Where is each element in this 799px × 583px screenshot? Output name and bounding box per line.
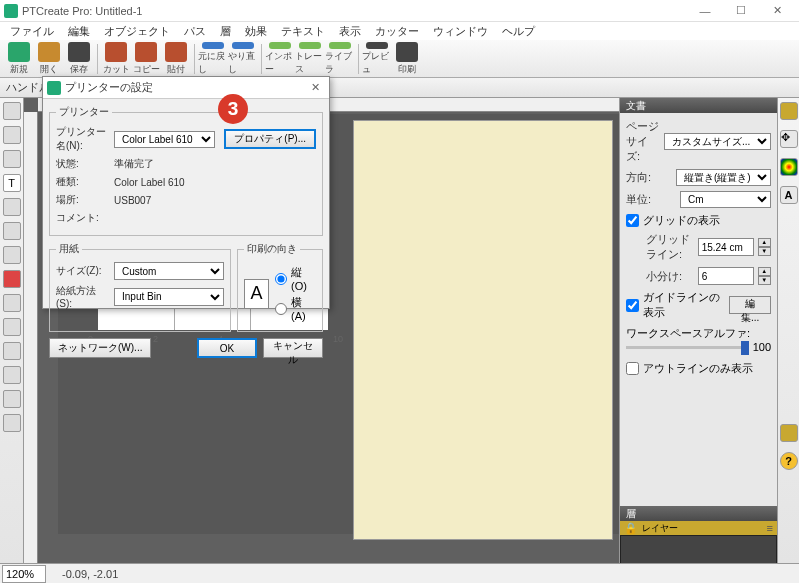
dialog-titlebar[interactable]: プリンターの設定 ✕ — [43, 77, 329, 99]
artboard — [353, 120, 613, 540]
where-label: 場所: — [56, 193, 111, 207]
minimize-button[interactable]: — — [687, 1, 723, 21]
tool-新規[interactable]: 新規 — [4, 42, 34, 76]
edit-guides-button[interactable]: 編集... — [729, 296, 771, 314]
gradient-tool[interactable] — [3, 366, 21, 384]
menu-層[interactable]: 層 — [214, 22, 237, 40]
printername-select[interactable]: Color Label 610 — [114, 131, 215, 148]
zoom-input[interactable] — [2, 565, 46, 583]
eyedropper-tool[interactable] — [3, 342, 21, 360]
outline-only-label: アウトラインのみ表示 — [643, 361, 753, 376]
paper-legend: 用紙 — [56, 242, 82, 256]
layers-panel-header[interactable]: 層 — [620, 506, 777, 521]
menu-表示[interactable]: 表示 — [333, 22, 367, 40]
type-tool[interactable]: T — [3, 174, 21, 192]
cancel-button[interactable]: キャンセル — [263, 338, 323, 358]
ws-alpha-label: ワークスペースアルファ: — [626, 326, 771, 341]
layer-name[interactable]: レイヤー — [642, 522, 678, 535]
tool-印刷[interactable]: 印刷 — [392, 42, 422, 76]
orientation-fieldset: 印刷の向き A 縦(O) 横(A) — [237, 242, 323, 332]
left-toolbox: T — [0, 98, 24, 563]
line-tool[interactable] — [3, 198, 21, 216]
status-value: 準備完了 — [114, 157, 154, 171]
pointer-tool[interactable] — [3, 102, 21, 120]
help-palette-icon[interactable]: ? — [780, 452, 798, 470]
zoom-tool[interactable] — [3, 390, 21, 408]
tool-カット[interactable]: カット — [101, 42, 131, 76]
tool-インポー[interactable]: インポー — [265, 42, 295, 76]
tool-元に戻し[interactable]: 元に戻し — [198, 42, 228, 76]
text-palette-icon[interactable]: A — [780, 186, 798, 204]
menu-編集[interactable]: 編集 — [62, 22, 96, 40]
type-label: 種類: — [56, 175, 111, 189]
move-palette-icon[interactable]: ✥ — [780, 130, 798, 148]
menu-ウィンドウ[interactable]: ウィンドウ — [427, 22, 494, 40]
lock-icon[interactable]: 🔒 — [624, 522, 638, 535]
where-value: USB007 — [114, 195, 151, 206]
showgrid-checkbox[interactable] — [626, 214, 639, 227]
dialog-close-button[interactable]: ✕ — [305, 81, 325, 94]
ok-button[interactable]: OK — [197, 338, 257, 358]
tool-トレース[interactable]: トレース — [295, 42, 325, 76]
tool-コピー[interactable]: コピー — [131, 42, 161, 76]
size-label: サイズ(Z): — [56, 264, 111, 278]
eraser-tool[interactable] — [3, 294, 21, 312]
document-palette-icon[interactable] — [780, 102, 798, 120]
portrait-radio[interactable] — [275, 273, 287, 285]
subdiv-spinner[interactable]: ▲▼ — [758, 267, 771, 285]
menu-カッター[interactable]: カッター — [369, 22, 425, 40]
network-button[interactable]: ネットワーク(W)... — [49, 338, 151, 358]
swatches-palette-icon[interactable] — [780, 158, 798, 176]
tool-ライブラ[interactable]: ライブラ — [325, 42, 355, 76]
tool-保存[interactable]: 保存 — [64, 42, 94, 76]
portrait-label: 縦(O) — [291, 265, 316, 292]
shape-tool[interactable] — [3, 270, 21, 288]
printer-setup-dialog: プリンターの設定 ✕ プリンター プリンター名(N): Color Label … — [42, 76, 330, 309]
menu-効果[interactable]: 効果 — [239, 22, 273, 40]
source-select[interactable]: Input Bin — [114, 288, 224, 306]
hand-tool[interactable] — [3, 414, 21, 432]
document-panel-header[interactable]: 文書 — [620, 98, 777, 113]
tool-やり直し[interactable]: やり直し — [228, 42, 258, 76]
gridline-spinner[interactable]: ▲▼ — [758, 238, 771, 256]
close-button[interactable]: ✕ — [759, 1, 795, 21]
callout-badge: 3 — [218, 94, 248, 124]
menu-パス[interactable]: パス — [178, 22, 212, 40]
main-toolbar: 新規開く保存カットコピー貼付元に戻しやり直しインポートレースライブラプレビュ印刷 — [0, 40, 799, 78]
crop-tool[interactable] — [3, 318, 21, 336]
menu-テキスト[interactable]: テキスト — [275, 22, 331, 40]
showguides-checkbox[interactable] — [626, 299, 639, 312]
menu-ファイル[interactable]: ファイル — [4, 22, 60, 40]
pagesize-select[interactable]: カスタムサイズ... — [664, 133, 771, 150]
rotate-tool[interactable] — [3, 150, 21, 168]
layer-menu-icon[interactable]: ≡ — [767, 522, 773, 534]
type-value: Color Label 610 — [114, 177, 185, 188]
tool-貼付[interactable]: 貼付 — [161, 42, 191, 76]
tool-開く[interactable]: 開く — [34, 42, 64, 76]
units-label: 単位: — [626, 192, 676, 207]
maximize-button[interactable]: ☐ — [723, 1, 759, 21]
landscape-radio[interactable] — [275, 303, 287, 315]
outline-only-checkbox[interactable] — [626, 362, 639, 375]
status-label: 状態: — [56, 157, 111, 171]
tool-プレビュ[interactable]: プレビュ — [362, 42, 392, 76]
pencil-tool[interactable] — [3, 246, 21, 264]
layers-palette-icon[interactable] — [780, 424, 798, 442]
printer-fieldset: プリンター プリンター名(N): Color Label 610 プロパティ(P… — [49, 105, 323, 236]
orientation-select[interactable]: 縦置き(縦置き) — [676, 169, 771, 186]
menu-ヘルプ[interactable]: ヘルプ — [496, 22, 541, 40]
menu-オブジェクト[interactable]: オブジェクト — [98, 22, 176, 40]
statusbar: -0.09, -2.01 — [0, 563, 799, 583]
gridline-input[interactable] — [698, 238, 754, 256]
window-title: PTCreate Pro: Untitled-1 — [22, 5, 687, 17]
direct-select-tool[interactable] — [3, 126, 21, 144]
properties-button[interactable]: プロパティ(P)... — [224, 129, 316, 149]
units-select[interactable]: Cm — [680, 191, 771, 208]
ws-alpha-slider[interactable] — [626, 346, 749, 349]
size-select[interactable]: Custom — [114, 262, 224, 280]
pen-tool[interactable] — [3, 222, 21, 240]
app-icon — [4, 4, 18, 18]
subdiv-input[interactable] — [698, 267, 754, 285]
subdiv-label: 小分け: — [646, 269, 694, 284]
titlebar: PTCreate Pro: Untitled-1 — ☐ ✕ — [0, 0, 799, 22]
